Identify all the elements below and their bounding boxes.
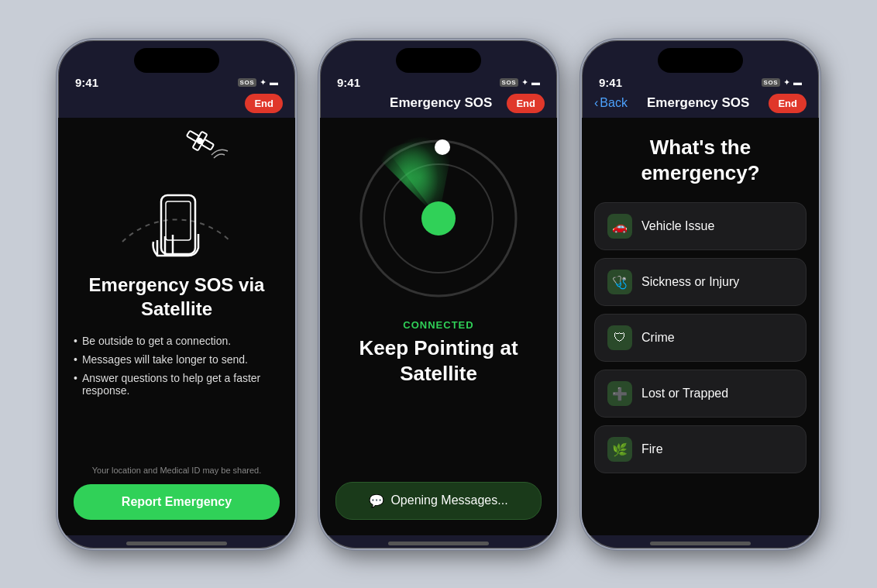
end-button-3[interactable]: End	[769, 94, 806, 113]
dynamic-island-1	[134, 48, 219, 73]
option-fire-label: Fire	[641, 442, 663, 456]
status-icons-3: SOS ✦ ▬	[762, 77, 802, 88]
dynamic-island-3	[658, 48, 743, 73]
dynamic-island-2	[396, 48, 481, 73]
home-indicator-2	[388, 542, 489, 545]
status-bar-1: 9:41 SOS ✦ ▬	[58, 73, 295, 91]
option-sickness-injury[interactable]: 🩺 Sickness or Injury	[594, 258, 806, 306]
lost-icon: ➕	[607, 381, 632, 406]
emergency-question: What's the emergency?	[594, 135, 806, 187]
time-1: 9:41	[75, 76, 98, 89]
end-button-2[interactable]: End	[507, 94, 545, 113]
home-indicator-3	[650, 542, 751, 545]
signal-icon-3: ✦	[783, 77, 790, 88]
nav-bar-2: Emergency SOS End	[320, 91, 557, 118]
connected-label: CONNECTED	[403, 319, 473, 331]
emergency-options: 🚗 Vehicle Issue 🩺 Sickness or Injury 🛡 C…	[594, 202, 806, 473]
option-lost-label: Lost or Trapped	[641, 387, 728, 401]
satellite-radar	[353, 133, 524, 304]
bullet-1: Be outside to get a connection.	[74, 335, 280, 347]
status-bar-2: 9:41 SOS ✦ ▬	[320, 73, 557, 91]
status-icons-2: SOS ✦ ▬	[500, 77, 540, 88]
phone-1: 9:41 SOS ✦ ▬ End	[57, 39, 297, 550]
battery-icon-2: ▬	[531, 77, 540, 87]
back-label: Back	[600, 96, 628, 110]
svg-rect-7	[201, 139, 214, 150]
phone-2: 9:41 SOS ✦ ▬ Emergency SOS End	[318, 39, 559, 550]
option-vehicle-label: Vehicle Issue	[641, 219, 714, 233]
nav-title-2: Emergency SOS	[375, 95, 507, 111]
option-crime-label: Crime	[641, 331, 675, 345]
phone-3: 9:41 SOS ✦ ▬ ‹ Back Emergency SOS End Wh…	[580, 39, 820, 550]
signal-icon-1: ✦	[260, 77, 267, 88]
phone1-title: Emergency SOS via Satellite	[74, 273, 280, 321]
svg-point-8	[196, 136, 205, 145]
fire-icon: 🌿	[607, 437, 632, 462]
report-emergency-button[interactable]: Report Emergency	[74, 484, 280, 520]
message-icon: 💬	[369, 493, 384, 508]
phone1-screen: Emergency SOS via Satellite Be outside t…	[58, 118, 295, 535]
vehicle-icon: 🚗	[607, 214, 632, 239]
crime-icon: 🛡	[607, 325, 632, 350]
location-note: Your location and Medical ID may be shar…	[92, 466, 262, 475]
time-3: 9:41	[599, 76, 622, 89]
nav-bar-3: ‹ Back Emergency SOS End	[582, 91, 819, 118]
option-fire[interactable]: 🌿 Fire	[594, 425, 806, 473]
time-2: 9:41	[337, 76, 360, 89]
sos-badge-1: SOS	[238, 78, 256, 87]
phone3-screen: What's the emergency? 🚗 Vehicle Issue 🩺 …	[582, 118, 819, 535]
home-indicator-1	[126, 542, 227, 545]
chevron-left-icon: ‹	[594, 96, 598, 110]
nav-bar-1: End	[58, 91, 295, 118]
satellite-illustration	[99, 126, 254, 265]
nav-title-3: Emergency SOS	[628, 95, 769, 111]
end-button-1[interactable]: End	[245, 94, 283, 113]
bullet-list: Be outside to get a connection. Messages…	[74, 335, 280, 403]
sos-badge-3: SOS	[762, 78, 780, 87]
svg-point-12	[435, 139, 450, 155]
bullet-3: Answer questions to help get a faster re…	[74, 372, 280, 397]
opening-messages-button[interactable]: 💬 Opening Messages...	[335, 482, 542, 520]
opening-messages-label: Opening Messages...	[390, 493, 507, 507]
bullet-2: Messages will take longer to send.	[74, 353, 280, 366]
sos-badge-2: SOS	[500, 78, 518, 87]
svg-rect-1	[166, 201, 191, 240]
option-lost-trapped[interactable]: ➕ Lost or Trapped	[594, 370, 806, 418]
status-bar-3: 9:41 SOS ✦ ▬	[582, 73, 819, 91]
battery-icon-1: ▬	[270, 77, 278, 87]
option-vehicle-issue[interactable]: 🚗 Vehicle Issue	[594, 202, 806, 250]
option-crime[interactable]: 🛡 Crime	[594, 314, 806, 362]
signal-icon-2: ✦	[521, 77, 528, 88]
battery-icon-3: ▬	[793, 77, 802, 87]
option-sickness-label: Sickness or Injury	[641, 275, 739, 289]
sickness-icon: 🩺	[607, 270, 632, 294]
phones-container: 9:41 SOS ✦ ▬ End	[41, 15, 836, 573]
phone2-screen: CONNECTED Keep Pointing at Satellite 💬 O…	[320, 118, 557, 535]
status-icons-1: SOS ✦ ▬	[238, 77, 278, 88]
keep-pointing-label: Keep Pointing at Satellite	[335, 335, 542, 388]
back-button-3[interactable]: ‹ Back	[594, 96, 628, 110]
svg-point-11	[421, 201, 456, 236]
